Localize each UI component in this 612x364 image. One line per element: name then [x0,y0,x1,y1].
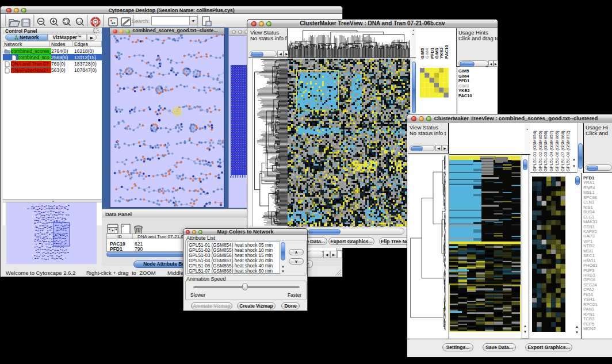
svg-text:1:1: 1:1 [77,20,82,24]
svg-text:Search:: Search: [132,18,150,24]
